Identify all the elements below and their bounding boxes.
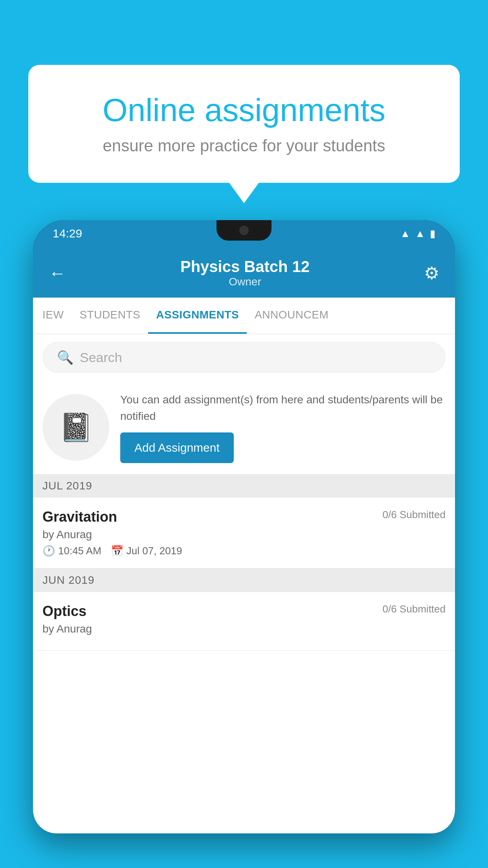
status-icons: ▲ ▲ ▮ xyxy=(400,228,435,240)
promo-text: You can add assignment(s) from here and … xyxy=(120,392,446,425)
header-title-section: Physics Batch 12 Owner xyxy=(66,258,424,288)
assignment-name-gravitation: Gravitation xyxy=(42,509,117,525)
batch-title: Physics Batch 12 xyxy=(66,258,424,276)
wifi-icon: ▲ xyxy=(400,228,411,240)
meta-date-gravitation: 📅 Jul 07, 2019 xyxy=(111,545,182,557)
assignment-header-optics: Optics 0/6 Submitted xyxy=(42,603,446,620)
month-label-jun: JUN 2019 xyxy=(42,574,95,586)
promo-section: 📓 You can add assignment(s) from here an… xyxy=(33,381,455,474)
assignment-author-gravitation: by Anurag xyxy=(42,528,446,541)
assignment-submitted-gravitation: 0/6 Submitted xyxy=(383,509,446,521)
promo-icon-circle: 📓 xyxy=(42,394,109,461)
month-jul-2019: JUL 2019 xyxy=(33,474,455,498)
assignment-name-optics: Optics xyxy=(42,603,86,620)
promo-content: You can add assignment(s) from here and … xyxy=(120,392,446,463)
month-jun-2019: JUN 2019 xyxy=(33,568,455,592)
app-header: ← Physics Batch 12 Owner ⚙ xyxy=(33,247,455,298)
search-bar[interactable]: 🔍 Search xyxy=(42,342,446,373)
clock-icon: 🕐 xyxy=(42,545,55,557)
calendar-icon: 📅 xyxy=(111,545,123,557)
search-container: 🔍 Search xyxy=(33,334,455,381)
assignment-header-gravitation: Gravitation 0/6 Submitted xyxy=(42,509,446,525)
phone-wrapper: 14:29 ▲ ▲ ▮ ← Physics Batch 12 Owner ⚙ I… xyxy=(33,220,455,868)
add-assignment-button[interactable]: Add Assignment xyxy=(120,432,234,463)
assignment-author-optics: by Anurag xyxy=(42,623,446,635)
notebook-icon: 📓 xyxy=(59,411,93,443)
bubble-title: Online assignments xyxy=(60,92,428,128)
phone-notch xyxy=(216,220,272,241)
tab-announcements[interactable]: ANNOUNCEM xyxy=(247,298,336,334)
bubble-subtitle: ensure more practice for your students xyxy=(60,136,428,155)
batch-role: Owner xyxy=(66,276,424,288)
assignment-submitted-optics: 0/6 Submitted xyxy=(383,603,446,615)
battery-icon: ▮ xyxy=(430,228,435,240)
speech-bubble: Online assignments ensure more practice … xyxy=(28,65,460,183)
back-button[interactable]: ← xyxy=(49,263,66,283)
tabs-container: IEW STUDENTS ASSIGNMENTS ANNOUNCEM xyxy=(33,298,455,334)
tab-iew[interactable]: IEW xyxy=(33,298,72,334)
status-time: 14:29 xyxy=(53,227,82,240)
month-label-jul: JUL 2019 xyxy=(42,480,92,492)
tab-assignments[interactable]: ASSIGNMENTS xyxy=(148,298,247,334)
speech-bubble-container: Online assignments ensure more practice … xyxy=(28,65,460,183)
meta-time-gravitation: 🕐 10:45 AM xyxy=(42,545,101,557)
tab-students[interactable]: STUDENTS xyxy=(72,298,148,334)
phone-screen: 🔍 Search 📓 You can add assignment(s) fro… xyxy=(33,334,455,833)
assignment-item-gravitation[interactable]: Gravitation 0/6 Submitted by Anurag 🕐 10… xyxy=(33,498,455,568)
settings-icon[interactable]: ⚙ xyxy=(424,263,439,283)
assignment-date-gravitation: Jul 07, 2019 xyxy=(127,545,182,557)
camera xyxy=(239,226,249,235)
phone-frame: 14:29 ▲ ▲ ▮ ← Physics Batch 12 Owner ⚙ I… xyxy=(33,220,455,833)
search-placeholder: Search xyxy=(80,350,122,365)
assignment-item-optics[interactable]: Optics 0/6 Submitted by Anurag xyxy=(33,592,455,651)
assignment-meta-gravitation: 🕐 10:45 AM 📅 Jul 07, 2019 xyxy=(42,545,446,557)
search-icon: 🔍 xyxy=(57,349,73,365)
assignment-time-gravitation: 10:45 AM xyxy=(58,545,101,557)
signal-icon: ▲ xyxy=(415,228,425,240)
